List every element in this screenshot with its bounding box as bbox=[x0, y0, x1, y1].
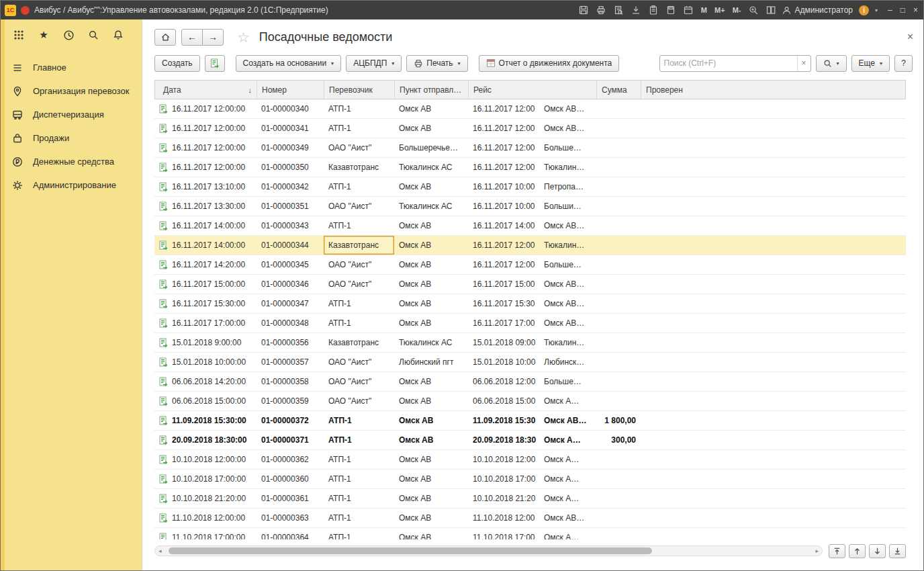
cell-departure[interactable]: Омск АВ bbox=[394, 450, 468, 469]
cell-checked[interactable] bbox=[641, 392, 906, 410]
cell-sum[interactable] bbox=[596, 138, 641, 157]
cell-date[interactable]: 10.10.2018 17:00:00 bbox=[154, 470, 257, 488]
cell-departure[interactable]: Омск АВ bbox=[394, 294, 468, 313]
cell-checked[interactable] bbox=[641, 470, 906, 488]
cell-date[interactable]: 20.09.2018 18:30:00 bbox=[154, 431, 257, 449]
table-row[interactable]: 16.11.2017 14:20:0001-00000345ОАО "Аист"… bbox=[154, 255, 906, 275]
cell-departure[interactable]: Омск АВ bbox=[394, 99, 468, 118]
cell-date[interactable]: 06.06.2018 14:20:00 bbox=[154, 372, 257, 391]
cell-number[interactable]: 01-00000342 bbox=[257, 177, 324, 196]
cell-date[interactable]: 06.06.2018 15:00:00 bbox=[154, 392, 257, 410]
cell-number[interactable]: 01-00000364 bbox=[257, 528, 324, 539]
cell-checked[interactable] bbox=[641, 333, 906, 352]
cell-number[interactable]: 01-00000358 bbox=[257, 372, 324, 391]
cell-date[interactable]: 16.11.2017 14:20:00 bbox=[154, 255, 257, 274]
cell-departure[interactable]: Омск АВ bbox=[394, 236, 468, 255]
search-input[interactable] bbox=[660, 58, 797, 68]
cell-checked[interactable] bbox=[641, 528, 906, 539]
cell-sum[interactable] bbox=[596, 489, 641, 508]
cell-date[interactable]: 16.11.2017 12:00:00 bbox=[154, 119, 257, 138]
cell-trip[interactable]: 16.11.2017 12:00Тюкалин… bbox=[468, 236, 596, 255]
column-header-carrier[interactable]: Перевозчик bbox=[324, 81, 395, 99]
cell-checked[interactable] bbox=[641, 197, 906, 216]
cell-trip[interactable]: 11.10.2018 17:00Омск А… bbox=[468, 528, 596, 539]
clipboard-icon[interactable] bbox=[648, 5, 659, 15]
cell-date[interactable]: 10.10.2018 12:00:00 bbox=[154, 450, 257, 469]
cell-sum[interactable] bbox=[596, 216, 641, 235]
help-button[interactable]: ? bbox=[894, 55, 913, 72]
cell-checked[interactable] bbox=[641, 138, 906, 157]
sidebar-item-administrirovanie[interactable]: Администрирование bbox=[1, 173, 142, 197]
cell-sum[interactable] bbox=[596, 353, 641, 371]
cell-carrier[interactable]: АТП-1 bbox=[324, 411, 394, 430]
favorites-star-icon[interactable]: ★ bbox=[38, 29, 50, 41]
titlebar-menu-caret-icon[interactable]: ▾ bbox=[875, 7, 878, 13]
cell-trip[interactable]: 15.01.2018 09:00Тюкалин… bbox=[468, 333, 596, 352]
cell-carrier[interactable]: ОАО "Аист" bbox=[324, 372, 394, 391]
home-button[interactable] bbox=[154, 29, 176, 46]
cell-carrier[interactable]: АТП-1 bbox=[324, 99, 394, 118]
table-row[interactable]: 16.11.2017 15:00:0001-00000346ОАО "Аист"… bbox=[154, 275, 906, 294]
cell-date[interactable]: 10.10.2018 21:20:00 bbox=[154, 489, 257, 508]
cell-carrier[interactable]: ОАО "Аист" bbox=[324, 255, 394, 274]
cell-date[interactable]: 15.01.2018 9:00:00 bbox=[154, 333, 257, 352]
column-header-departure[interactable]: Пункт отправл… bbox=[395, 81, 469, 99]
cell-sum[interactable] bbox=[596, 99, 641, 118]
cell-sum[interactable] bbox=[596, 177, 641, 196]
cell-carrier[interactable]: АТП-1 bbox=[324, 470, 394, 488]
cell-departure[interactable]: Омск АВ bbox=[394, 314, 468, 333]
cell-number[interactable]: 01-00000343 bbox=[257, 216, 324, 235]
cell-carrier[interactable]: ОАО "Аист" bbox=[324, 392, 394, 410]
cell-sum[interactable] bbox=[596, 236, 641, 255]
column-header-sum[interactable]: Сумма bbox=[597, 81, 641, 99]
cell-trip[interactable]: 16.11.2017 17:00Омск АВ… bbox=[468, 314, 596, 333]
zoom-icon[interactable] bbox=[747, 5, 759, 15]
sidebar-item-glavnoe[interactable]: Главное bbox=[1, 56, 142, 79]
cell-departure[interactable]: Омск АВ bbox=[394, 216, 468, 235]
cell-sum[interactable] bbox=[596, 314, 641, 333]
cell-carrier[interactable]: АТП-1 bbox=[324, 177, 394, 196]
cell-carrier[interactable]: ОАО "Аист" bbox=[324, 353, 394, 371]
search-icon[interactable] bbox=[87, 29, 99, 41]
cell-date[interactable]: 11.10.2018 12:00:00 bbox=[154, 509, 257, 527]
cell-date[interactable]: 16.11.2017 17:00:00 bbox=[154, 314, 257, 333]
cell-departure[interactable]: Тюкалинск АС bbox=[394, 197, 468, 216]
scroll-down-button[interactable] bbox=[869, 544, 886, 558]
cell-departure[interactable]: Омск АВ bbox=[394, 177, 468, 196]
cell-checked[interactable] bbox=[641, 431, 906, 449]
cell-number[interactable]: 01-00000350 bbox=[257, 158, 324, 177]
close-button[interactable]: × bbox=[913, 5, 918, 15]
cell-checked[interactable] bbox=[641, 314, 906, 333]
cell-number[interactable]: 01-00000348 bbox=[257, 314, 324, 333]
calendar-icon[interactable] bbox=[683, 5, 694, 15]
cell-checked[interactable] bbox=[641, 255, 906, 274]
print-icon[interactable] bbox=[596, 5, 607, 15]
cell-date[interactable]: 15.01.2018 10:00:00 bbox=[154, 353, 257, 371]
cell-date[interactable]: 11.09.2018 15:30:00 bbox=[154, 411, 257, 430]
sidebar-item-prodazhi[interactable]: Продажи bbox=[1, 126, 142, 150]
cell-departure[interactable]: Омск АВ bbox=[394, 411, 468, 430]
cell-trip[interactable]: 06.06.2018 12:00Больше… bbox=[468, 372, 596, 391]
cell-checked[interactable] bbox=[641, 216, 906, 235]
report-movements-button[interactable]: Отчет о движениях документа bbox=[479, 55, 620, 72]
table-row[interactable]: 16.11.2017 12:00:0001-00000340АТП-1Омск … bbox=[154, 99, 906, 119]
cell-date[interactable]: 16.11.2017 13:10:00 bbox=[154, 177, 257, 196]
favorite-star-icon[interactable]: ☆ bbox=[237, 30, 250, 44]
cell-number[interactable]: 01-00000361 bbox=[257, 489, 324, 508]
cell-number[interactable]: 01-00000363 bbox=[257, 509, 324, 527]
cell-carrier[interactable]: АТП-1 bbox=[324, 294, 394, 313]
cell-number[interactable]: 01-00000360 bbox=[257, 470, 324, 488]
cell-date[interactable]: 16.11.2017 15:30:00 bbox=[154, 294, 257, 313]
cell-departure[interactable]: Омск АВ bbox=[394, 470, 468, 488]
cell-number[interactable]: 01-00000347 bbox=[257, 294, 324, 313]
cell-trip[interactable]: 11.10.2018 12:00Омск АВ… bbox=[468, 509, 596, 527]
cell-departure[interactable]: Омск АВ bbox=[394, 372, 468, 391]
cell-date[interactable]: 16.11.2017 15:00:00 bbox=[154, 275, 257, 294]
cell-carrier[interactable]: АТП-1 bbox=[324, 216, 394, 235]
table-row[interactable]: 16.11.2017 15:30:0001-00000347АТП-1Омск … bbox=[154, 294, 906, 314]
create-button[interactable]: Создать bbox=[154, 55, 200, 72]
cell-checked[interactable] bbox=[641, 450, 906, 469]
cell-number[interactable]: 01-00000346 bbox=[257, 275, 324, 294]
cell-date[interactable]: 16.11.2017 12:00:00 bbox=[154, 99, 257, 118]
create-based-on-button[interactable]: Создать на основании▾ bbox=[236, 55, 342, 72]
